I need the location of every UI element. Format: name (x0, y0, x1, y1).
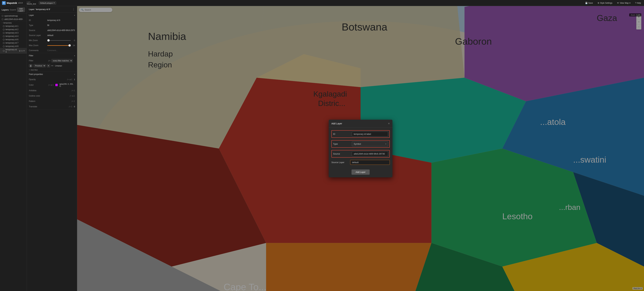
modal-close-button[interactable]: × (388, 122, 390, 125)
paint-sigma-icon[interactable]: Σ (71, 106, 72, 108)
paint-pattern-label: Pattern (29, 100, 47, 102)
save-button[interactable]: 💾 Save (584, 1, 594, 5)
modal-source-input[interactable] (354, 153, 386, 155)
paint-color-row: Color ƒ× ⊞ Σ rgba(206, 0, 255, 1) (27, 82, 77, 88)
paint-chevron: ▾ (74, 73, 75, 75)
paint-section-label: Paint properties (29, 73, 74, 75)
modal-type-select[interactable]: Symbol ▾ (352, 141, 388, 146)
paint-sigma-icon[interactable]: Σ (71, 79, 72, 80)
modal-id-field[interactable] (352, 132, 388, 136)
view-icon: 👁 (617, 2, 619, 4)
layer-group-header[interactable]: − temporary (0, 21, 27, 24)
paint-opacity-row: Opacity ƒ× ⊞ Σ 1 (27, 77, 77, 82)
layer-item-label: temporary id 8 (6, 45, 18, 47)
paint-sigma-icon[interactable]: Σ (74, 90, 75, 91)
filter-op-chip[interactable]: ▾ (47, 64, 50, 67)
modal-overlay[interactable]: Add Layer × ID (77, 6, 644, 291)
filter-section: Filter ▾ Filter ƒ× every filter matches … (27, 53, 77, 72)
paint-fx-icon[interactable]: ƒ× (72, 100, 73, 102)
delete-icon[interactable]: 🗑 (19, 50, 21, 52)
min-zoom-slider[interactable] (47, 40, 71, 41)
prop-comments-label: Comments (29, 49, 47, 52)
add-filter-button[interactable]: + Add filter (27, 68, 77, 72)
paint-translate-row: Translate ƒ× Σ 0 (27, 104, 77, 109)
paint-sigma-icon[interactable]: Σ (74, 100, 75, 102)
paint-outline-icons: ƒ× ⊞ Σ (70, 95, 75, 97)
paint-section-header[interactable]: Paint properties ▾ (27, 72, 77, 77)
layer-item-a8d1264f[interactable]: a8d1264f-cb1d-485f- (0, 17, 27, 21)
color-swatch[interactable] (55, 84, 58, 86)
paint-opacity-label: Opacity (29, 78, 47, 81)
modal-add-layer-button[interactable]: Add Layer (352, 169, 370, 175)
app-logo: M Maputnik v2.0.0 (2, 1, 23, 5)
add-layer-modal: Add Layer × ID (329, 120, 392, 177)
layer-item-actions: 🗑 ⧉ 👁 (19, 50, 25, 52)
layer-type-selector[interactable]: Default polygon ▾ (39, 1, 56, 4)
paint-data-icon[interactable]: ⊞ (70, 79, 71, 80)
paint-fx-icon[interactable]: ƒ× (67, 79, 69, 80)
layers-panel: Layers Expand Add Layer openstreetmap a8… (0, 6, 27, 291)
layer-item-temporary-id-4[interactable]: temporary id 4 (0, 34, 27, 38)
view-button[interactable]: 👁 View Map ▾ (616, 1, 631, 5)
layer-item-temporary-id-6[interactable]: temporary id 6 (0, 38, 27, 41)
add-layer-button[interactable]: Add Layer (17, 7, 25, 12)
layer-section-chevron: ▾ (74, 14, 75, 16)
prop-type-label: Type (29, 24, 47, 26)
style-settings-label: Style Settings (600, 2, 612, 4)
paint-color-icons: ƒ× ⊞ Σ (48, 84, 54, 86)
duplicate-icon[interactable]: ⧉ (21, 50, 23, 52)
layer-type-icon (2, 15, 3, 17)
modal-type-chevron: ▾ (386, 143, 386, 145)
diamond-icon (3, 25, 5, 27)
paint-fx-icon[interactable]: ƒ× (69, 106, 70, 108)
prop-comments-value: Comment... (47, 49, 75, 52)
diamond-icon (3, 38, 5, 41)
paint-fx-icon[interactable]: ƒ× (48, 84, 50, 86)
paint-data-icon[interactable]: ⊞ (72, 95, 74, 97)
filter-mode-select[interactable]: every filter matches any filter matches (52, 59, 72, 62)
modal-source-layer-input[interactable] (352, 161, 388, 164)
paint-color-label: Color (29, 84, 47, 86)
filter-value: Limpopo (55, 65, 62, 67)
layers-title: Layers (2, 8, 9, 11)
filter-section-header[interactable]: Filter ▾ (27, 53, 77, 58)
filter-remove-chip[interactable]: ▓ (29, 64, 32, 67)
layer-item-temporary-id-8[interactable]: temporary id 8 (0, 45, 27, 48)
paint-antialias-icons: ƒ× Σ (72, 90, 75, 91)
filter-label: Filter (29, 59, 47, 62)
expand-button[interactable]: Expand (10, 9, 16, 11)
paint-fx-icon[interactable]: ƒ× (70, 95, 72, 97)
diamond-icon (3, 45, 5, 47)
modal-source-field[interactable] (352, 151, 388, 156)
paint-sigma-icon[interactable]: Σ (74, 95, 75, 97)
modal-source-layer-field[interactable] (350, 160, 390, 165)
help-button[interactable]: ? Help (634, 1, 642, 5)
paint-sigma-icon[interactable]: Σ (52, 84, 54, 86)
layer-item-label: openstreetmap (4, 15, 18, 17)
paint-data-icon[interactable]: ⊞ (51, 84, 52, 86)
map-area[interactable]: Namibia Hardap Region Botswana Gaboron K… (77, 6, 644, 291)
layer-item-temporary-id-1[interactable]: temporary id 1 (0, 24, 27, 28)
layer-item-openstreetmap[interactable]: openstreetmap (0, 14, 27, 17)
paint-fx-icon[interactable]: ƒ× (72, 90, 73, 91)
visibility-icon[interactable]: 👁 (23, 50, 25, 52)
layer-item-temporary-id-9[interactable]: temporary id 9 🗑 ⧉ 👁 (0, 48, 27, 54)
modal-id-input[interactable] (354, 133, 386, 135)
layer-item-temporary-id-3[interactable]: temporary id 3 (0, 31, 27, 34)
layers-header: Layers Expand Add Layer (0, 6, 27, 13)
paint-opacity-value: 1 (74, 78, 75, 80)
layer-section: Layer ▾ ID temporary id 9 Type fill Sour… (27, 13, 77, 53)
layer-section-header[interactable]: Layer ▾ (27, 13, 77, 18)
paint-antialias-label: Antialias (29, 89, 47, 92)
more-options-button[interactable]: ⋮ (72, 8, 75, 11)
filter-field-select[interactable]: Province (34, 64, 46, 67)
paint-translate-icons: ƒ× Σ (69, 106, 72, 108)
layer-item-label: a8d1264f-cb1d-485f- (4, 18, 23, 20)
style-settings-button[interactable]: ⚙ Style Settings (596, 1, 613, 5)
max-zoom-slider[interactable] (47, 45, 71, 46)
layer-item-temporary-id-2[interactable]: temporary id 2 (0, 28, 27, 31)
modal-source-layer-row: Source Layer (332, 160, 390, 165)
min-zoom-slider-container: 0 (47, 39, 75, 41)
diamond-icon (3, 32, 5, 34)
layer-item-temporary-id-7[interactable]: temporary id 7 (0, 41, 27, 45)
